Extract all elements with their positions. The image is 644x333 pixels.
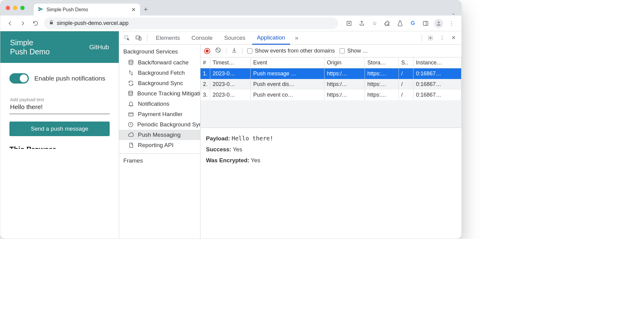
toggle-label: Enable push notifications	[34, 74, 105, 82]
truncated-heading: This Browser	[9, 145, 110, 149]
svg-rect-0	[423, 21, 428, 25]
bookmark-star-icon[interactable]: ☆	[370, 19, 379, 28]
tab-elements[interactable]: Elements	[151, 31, 185, 44]
table-row[interactable]: 2.2023-0…Push event dis…https:/…https:…/…	[200, 79, 461, 90]
sidebar-item-bounce-tracking[interactable]: Bounce Tracking Mitigations	[119, 88, 200, 99]
svg-point-7	[128, 91, 132, 93]
device-toolbar-icon[interactable]	[134, 33, 143, 43]
sidebar-section-frames: Frames	[119, 153, 200, 166]
close-window-button[interactable]	[6, 6, 10, 10]
toolbar: simple-push-demo.vercel.app ☆ G ⋮	[0, 15, 461, 31]
table-row-empty	[200, 100, 461, 128]
sidebar-item-bg-fetch[interactable]: Background Fetch	[119, 68, 200, 78]
detail-key-encrypted: Was Encrypted:	[206, 157, 249, 163]
close-tab-button[interactable]: ✕	[131, 6, 136, 13]
settings-icon[interactable]	[426, 33, 435, 43]
col-timestamp[interactable]: Timest…	[210, 57, 251, 68]
tab-console[interactable]: Console	[187, 31, 218, 44]
inspect-icon[interactable]	[122, 33, 132, 43]
tab-title: Simple Push Demo	[46, 7, 88, 12]
tab-sources[interactable]: Sources	[219, 31, 250, 44]
events-toolbar: Show events from other domains Show …	[200, 45, 461, 57]
enable-push-toggle[interactable]	[9, 73, 29, 84]
payload-value: Hello there!	[10, 103, 109, 111]
demo-app: Simple Push Demo GitHub Enable push noti…	[0, 31, 119, 239]
database-icon	[128, 59, 134, 66]
back-button[interactable]	[6, 19, 14, 28]
show-other-domains-checkbox[interactable]: Show events from other domains	[247, 48, 335, 54]
sidebar-item-bg-sync[interactable]: Background Sync	[119, 78, 200, 88]
svg-rect-8	[129, 113, 133, 116]
sidebar-item-reporting-api[interactable]: Reporting API	[119, 140, 200, 150]
clock-icon	[128, 121, 134, 128]
card-icon	[128, 111, 134, 118]
col-number[interactable]: #	[200, 57, 210, 68]
event-details: Payload: Hello there! Success: Yes Was E…	[200, 128, 461, 171]
sidebar-item-bf-cache[interactable]: Back/forward cache	[119, 57, 200, 68]
col-origin[interactable]: Origin	[324, 57, 365, 68]
sidebar-item-periodic-bg-sync[interactable]: Periodic Background Sync	[119, 119, 200, 130]
profile-avatar[interactable]	[434, 19, 443, 28]
devtools-tabbar: Elements Console Sources Application » ⋮…	[119, 31, 461, 45]
detail-val-encrypted: Yes	[251, 157, 260, 163]
install-icon[interactable]	[345, 19, 353, 28]
show-truncated-checkbox[interactable]: Show …	[340, 48, 368, 54]
svg-point-6	[129, 60, 133, 62]
col-instance[interactable]: Instance…	[413, 57, 461, 68]
sidebar-section-bg-services: Background Services	[119, 45, 200, 57]
cloud-icon	[128, 132, 134, 138]
file-icon	[128, 142, 134, 149]
col-storage[interactable]: Stora…	[365, 57, 399, 68]
table-row[interactable]: 3.2023-0…Push event co…https:/…https:…/0…	[200, 90, 461, 100]
minimize-window-button[interactable]	[13, 6, 17, 10]
download-button[interactable]	[231, 47, 237, 55]
svg-point-5	[430, 37, 431, 39]
paper-plane-icon	[38, 6, 43, 13]
app-title: Simple Push Demo	[10, 38, 50, 56]
google-icon[interactable]: G	[409, 19, 417, 28]
devtools-menu-icon[interactable]: ⋮	[437, 33, 447, 43]
new-tab-button[interactable]: +	[140, 3, 152, 15]
detail-key-payload: Payload:	[206, 135, 230, 142]
window-controls	[6, 0, 34, 15]
tab-strip: Simple Push Demo ✕ + ⌄	[0, 0, 461, 15]
table-header-row: # Timest… Event Origin Stora… S.. Instan…	[200, 57, 461, 68]
browser-tab[interactable]: Simple Push Demo ✕	[34, 4, 140, 16]
kebab-menu-icon[interactable]: ⋮	[447, 19, 456, 28]
sidebar-item-payment-handler[interactable]: Payment Handler	[119, 109, 200, 119]
app-header: Simple Push Demo GitHub	[0, 31, 119, 63]
labs-icon[interactable]	[396, 19, 404, 28]
close-devtools-icon[interactable]: ✕	[449, 33, 458, 43]
extensions-icon[interactable]	[383, 19, 392, 28]
updown-icon	[128, 70, 134, 76]
detail-val-payload: Hello there!	[231, 135, 273, 142]
reload-button[interactable]	[31, 19, 40, 28]
bell-icon	[128, 101, 134, 107]
maximize-window-button[interactable]	[20, 6, 25, 10]
clear-button[interactable]	[215, 47, 221, 55]
sidebar-item-notifications[interactable]: Notifications	[119, 99, 200, 109]
col-event[interactable]: Event	[251, 57, 324, 68]
database-icon	[128, 90, 134, 97]
more-tabs-button[interactable]: »	[292, 33, 302, 43]
sidebar-item-push-messaging[interactable]: Push Messaging	[119, 130, 200, 140]
table-row[interactable]: 1.2023-0…Push message …https:/…https:…/0…	[200, 68, 461, 79]
devtools-panel: Elements Console Sources Application » ⋮…	[119, 31, 461, 239]
application-sidebar: Background Services Back/forward cache B…	[119, 45, 200, 239]
svg-point-1	[438, 21, 440, 23]
tab-overflow-button[interactable]: ⌄	[452, 11, 455, 15]
address-bar[interactable]: simple-push-demo.vercel.app	[44, 18, 338, 29]
lock-icon	[49, 20, 54, 26]
url-text: simple-push-demo.vercel.app	[57, 20, 128, 26]
side-panel-icon[interactable]	[421, 19, 430, 28]
sync-icon	[128, 80, 134, 87]
events-table: # Timest… Event Origin Stora… S.. Instan…	[200, 57, 461, 128]
payload-input[interactable]: Add payload text Hello there!	[9, 94, 110, 114]
record-button[interactable]	[204, 48, 210, 54]
github-link[interactable]: GitHub	[89, 43, 109, 51]
tab-application[interactable]: Application	[252, 32, 290, 45]
forward-button[interactable]	[19, 19, 27, 28]
send-push-button[interactable]: Send a push message	[9, 122, 110, 136]
col-s[interactable]: S..	[399, 57, 413, 68]
share-icon[interactable]	[358, 19, 366, 28]
